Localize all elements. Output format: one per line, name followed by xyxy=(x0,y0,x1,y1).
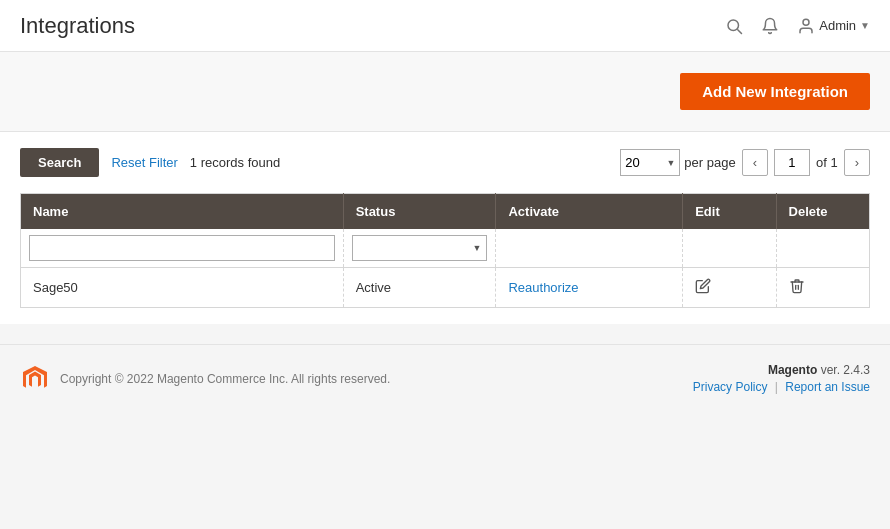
col-activate: Activate xyxy=(496,194,683,230)
main-content: Search Reset Filter 1 records found 20 3… xyxy=(0,132,890,324)
user-menu-button[interactable]: Admin ▼ xyxy=(797,17,870,35)
filter-activate-cell xyxy=(496,229,683,268)
pagination-controls: 20 30 50 100 per page ‹ of 1 › xyxy=(620,149,870,176)
row-activate: Reauthorize xyxy=(496,268,683,308)
search-icon-button[interactable] xyxy=(725,17,743,35)
top-bar-actions: Admin ▼ xyxy=(725,17,870,35)
page-title: Integrations xyxy=(20,13,135,39)
action-bar: Add New Integration xyxy=(0,52,890,132)
per-page-select-container: 20 30 50 100 xyxy=(620,149,680,176)
filter-delete-cell xyxy=(776,229,869,268)
status-filter-select[interactable]: Active Inactive xyxy=(352,235,488,261)
col-status: Status xyxy=(343,194,496,230)
col-edit: Edit xyxy=(683,194,776,230)
per-page-select[interactable]: 20 30 50 100 xyxy=(620,149,680,176)
user-icon xyxy=(797,17,815,35)
per-page-select-wrap: 20 30 50 100 per page xyxy=(620,149,735,176)
footer: Copyright © 2022 Magento Commerce Inc. A… xyxy=(0,344,890,412)
row-delete xyxy=(776,268,869,308)
chevron-down-icon: ▼ xyxy=(860,20,870,31)
magento-version: ver. 2.4.3 xyxy=(821,363,870,377)
row-status: Active xyxy=(343,268,496,308)
svg-point-0 xyxy=(728,20,739,31)
footer-separator: | xyxy=(775,380,778,394)
filter-bar: Search Reset Filter 1 records found 20 3… xyxy=(20,148,870,177)
edit-icon-button[interactable] xyxy=(695,278,711,297)
report-issue-link[interactable]: Report an Issue xyxy=(785,380,870,394)
prev-page-button[interactable]: ‹ xyxy=(742,149,768,176)
footer-left: Copyright © 2022 Magento Commerce Inc. A… xyxy=(20,364,390,394)
table-header-row: Name Status Activate Edit Delete xyxy=(21,194,870,230)
footer-right: Magento ver. 2.4.3 Privacy Policy | Repo… xyxy=(693,363,870,394)
page-of-label: of 1 xyxy=(816,155,838,170)
row-edit xyxy=(683,268,776,308)
row-name: Sage50 xyxy=(21,268,344,308)
magento-logo-icon xyxy=(20,364,50,394)
copyright-text: Copyright © 2022 Magento Commerce Inc. A… xyxy=(60,372,390,386)
notification-icon-button[interactable] xyxy=(761,17,779,35)
top-bar: Integrations Admin ▼ xyxy=(0,0,890,52)
svg-point-2 xyxy=(803,19,809,25)
footer-links: Privacy Policy | Report an Issue xyxy=(693,380,870,394)
delete-icon-button[interactable] xyxy=(789,278,805,297)
integrations-table: Name Status Activate Edit Delete Active xyxy=(20,193,870,308)
privacy-policy-link[interactable]: Privacy Policy xyxy=(693,380,768,394)
next-page-button[interactable]: › xyxy=(844,149,870,176)
col-delete: Delete xyxy=(776,194,869,230)
table-filter-row: Active Inactive xyxy=(21,229,870,268)
reauthorize-link[interactable]: Reauthorize xyxy=(508,280,578,295)
page-number-input[interactable] xyxy=(774,149,810,176)
filter-name-cell xyxy=(21,229,344,268)
table-row: Sage50 Active Reauthorize xyxy=(21,268,870,308)
search-button[interactable]: Search xyxy=(20,148,99,177)
username-label: Admin xyxy=(819,18,856,33)
status-filter-wrap: Active Inactive xyxy=(352,235,488,261)
per-page-label: per page xyxy=(684,155,735,170)
records-found-label: 1 records found xyxy=(190,155,280,170)
name-filter-input[interactable] xyxy=(29,235,335,261)
col-name: Name xyxy=(21,194,344,230)
magento-version-label: Magento xyxy=(768,363,817,377)
filter-edit-cell xyxy=(683,229,776,268)
reset-filter-button[interactable]: Reset Filter xyxy=(111,155,177,170)
filter-status-cell: Active Inactive xyxy=(343,229,496,268)
svg-line-1 xyxy=(738,29,742,33)
add-new-integration-button[interactable]: Add New Integration xyxy=(680,73,870,110)
